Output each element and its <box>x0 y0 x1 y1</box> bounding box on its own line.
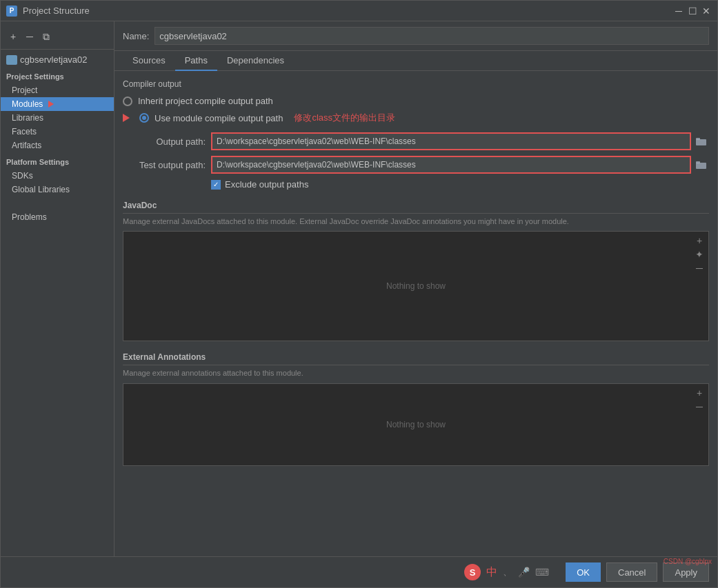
javadoc-config-button[interactable]: ✦ <box>693 248 706 261</box>
arrow-use-module <box>123 114 130 122</box>
tabs: Sources Paths Dependencies <box>114 51 717 71</box>
sidebar-item-artifacts[interactable]: Artifacts <box>1 139 114 152</box>
external-annotations-description: Manage external annotations attached to … <box>123 368 709 378</box>
keyboard-icon: ⌨ <box>535 567 549 578</box>
javadoc-toolbar: + ✦ ─ <box>693 234 706 274</box>
apply-button[interactable]: Apply <box>663 562 709 582</box>
external-annotations-section: External Annotations Manage external ann… <box>123 352 709 465</box>
external-annotations-list: Nothing to show + ─ <box>123 383 709 466</box>
window-controls: ─ ☐ ✕ <box>673 6 712 17</box>
add-module-button[interactable]: + <box>6 30 20 43</box>
module-name: cgbservletjava02 <box>20 54 88 65</box>
mic-icon: 🎤 <box>518 567 530 578</box>
output-path-input[interactable] <box>211 132 691 150</box>
tab-paths[interactable]: Paths <box>175 51 217 71</box>
compiler-output-label: Compiler output <box>123 79 709 89</box>
sidebar-item-global-libraries[interactable]: Global Libraries <box>1 183 114 196</box>
tab-dependencies[interactable]: Dependencies <box>217 51 294 71</box>
javadoc-section: JavaDoc Manage external JavaDocs attache… <box>123 201 709 341</box>
output-path-wrap <box>211 132 709 150</box>
exclude-label: Exclude output paths <box>225 179 308 190</box>
folder-icon-test <box>696 160 707 170</box>
chinese-icon: 中 <box>486 565 497 580</box>
test-output-path-browse-button[interactable] <box>694 157 709 172</box>
external-annotations-title: External Annotations <box>123 352 709 365</box>
name-input[interactable] <box>154 27 709 45</box>
copy-module-button[interactable]: ⧉ <box>39 30 53 43</box>
annotation-text: 修改class文件的输出目录 <box>294 112 395 124</box>
panel-content: Compiler output Inherit project compile … <box>114 71 717 556</box>
project-structure-dialog: P Project Structure ─ ☐ ✕ + ─ ⧉ cgbservl… <box>0 0 718 588</box>
ok-button[interactable]: OK <box>566 562 601 582</box>
svg-rect-1 <box>696 138 700 140</box>
app-icon: P <box>6 6 17 17</box>
inherit-radio[interactable] <box>123 97 132 106</box>
ext-annotations-add-button[interactable]: + <box>693 387 706 399</box>
inherit-radio-row: Inherit project compile output path <box>123 96 709 106</box>
platform-settings-label: Platform Settings <box>1 152 114 169</box>
punctuation-icon: 、 <box>503 566 512 578</box>
output-path-label: Output path: <box>123 136 206 147</box>
name-label: Name: <box>123 31 149 41</box>
javadoc-empty-text: Nothing to show <box>386 281 446 291</box>
ext-annotations-remove-button[interactable]: ─ <box>693 401 706 413</box>
watermark: CSDN @cgblpx <box>664 558 712 565</box>
javadoc-list: Nothing to show + ✦ ─ <box>123 231 709 341</box>
right-panel: Name: Sources Paths Dependencies Co <box>114 21 717 556</box>
output-path-row: Output path: <box>123 132 709 150</box>
cancel-button[interactable]: Cancel <box>606 562 657 582</box>
s-icon: S <box>464 564 481 580</box>
dialog-title: Project Structure <box>23 6 673 16</box>
close-button[interactable]: ✕ <box>701 6 712 17</box>
test-output-path-input[interactable] <box>211 156 691 174</box>
exclude-checkbox[interactable]: ✓ <box>211 180 221 190</box>
sidebar-item-sdks[interactable]: SDKs <box>1 169 114 183</box>
footer: S 中 、 🎤 ⌨ OK Cancel Apply <box>1 556 717 587</box>
arrow-modules <box>48 101 54 108</box>
inherit-radio-label: Inherit project compile output path <box>138 96 273 106</box>
sidebar-item-modules[interactable]: Modules <box>1 97 114 111</box>
use-module-radio[interactable] <box>139 113 149 123</box>
folder-icon <box>696 136 707 146</box>
title-bar: P Project Structure ─ ☐ ✕ <box>1 1 717 21</box>
tab-sources[interactable]: Sources <box>123 51 175 71</box>
svg-rect-3 <box>696 161 700 163</box>
compiler-output-section: Compiler output Inherit project compile … <box>123 79 709 190</box>
javadoc-remove-button[interactable]: ─ <box>693 262 706 274</box>
test-output-path-label: Test output path: <box>123 160 206 170</box>
external-annotations-toolbar: + ─ <box>693 387 706 413</box>
test-output-path-wrap <box>211 156 709 174</box>
project-settings-label: Project Settings <box>1 67 114 83</box>
javadoc-title: JavaDoc <box>123 201 709 214</box>
footer-icon-area: S 中 、 🎤 ⌨ <box>9 564 560 580</box>
test-output-path-row: Test output path: <box>123 156 709 174</box>
maximize-button[interactable]: ☐ <box>687 6 698 17</box>
javadoc-add-button[interactable]: + <box>693 234 706 247</box>
javadoc-description: Manage external JavaDocs attached to thi… <box>123 216 709 227</box>
svg-rect-0 <box>696 139 706 145</box>
name-row: Name: <box>114 21 717 51</box>
sidebar-item-project[interactable]: Project <box>1 83 114 97</box>
sidebar-toolbar: + ─ ⧉ <box>1 27 114 50</box>
module-item[interactable]: cgbservletjava02 <box>1 52 114 67</box>
module-icon <box>6 55 17 65</box>
output-path-browse-button[interactable] <box>694 134 709 149</box>
remove-module-button[interactable]: ─ <box>23 30 37 43</box>
svg-rect-2 <box>696 163 706 169</box>
exclude-row: ✓ Exclude output paths <box>211 179 709 190</box>
sidebar-item-libraries[interactable]: Libraries <box>1 111 114 125</box>
sidebar-item-problems[interactable]: Problems <box>1 210 114 224</box>
sidebar-item-facets[interactable]: Facets <box>1 125 114 139</box>
main-content: + ─ ⧉ cgbservletjava02 Project Settings … <box>1 21 717 556</box>
use-module-radio-row: Use module compile output path 修改class文件… <box>123 112 709 124</box>
minimize-button[interactable]: ─ <box>673 6 684 17</box>
external-annotations-empty-text: Nothing to show <box>386 420 446 429</box>
sidebar: + ─ ⧉ cgbservletjava02 Project Settings … <box>1 21 114 556</box>
use-module-radio-label: Use module compile output path <box>154 113 283 123</box>
